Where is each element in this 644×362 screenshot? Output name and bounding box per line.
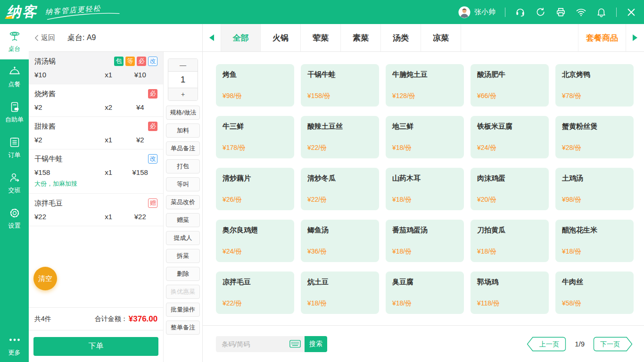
order-region: 返回 桌台: A9 清汤锅包等必改¥10x1¥10烧烤酱必¥2x2¥4甜辣酱必¥…: [29, 24, 203, 362]
tabs-scroll-right-button[interactable]: [626, 24, 644, 51]
order-item-total: ¥22: [123, 213, 157, 221]
combo-products-tab[interactable]: 套餐商品: [578, 24, 626, 51]
menu-item-name: 臭豆腐: [392, 278, 457, 287]
order-item-badge: 改: [148, 154, 157, 164]
menu-item-price: ¥24/份: [477, 144, 542, 152]
action-button[interactable]: 单品备注: [166, 141, 200, 156]
menu-item-card[interactable]: 醋泡花生米¥18/份: [555, 220, 634, 262]
keyboard-icon[interactable]: [289, 340, 301, 348]
order-item-row[interactable]: 清汤锅包等必改¥10x1¥10: [29, 52, 163, 84]
sidebar-item-ordering[interactable]: 点餐: [0, 59, 29, 95]
menu-item-card[interactable]: 奥尔良鸡翅¥24/份: [216, 220, 294, 262]
menu-item-card[interactable]: 铁板米豆腐¥24/份: [471, 116, 549, 158]
order-item-badges: 必: [148, 122, 157, 131]
order-item-row[interactable]: 烧烤酱必¥2x2¥4: [29, 84, 163, 117]
menu-item-card[interactable]: 土鸡汤¥98/份: [555, 168, 634, 210]
menu-item-card[interactable]: 干锅牛蛙¥158/份: [301, 64, 379, 107]
order-item-row[interactable]: 凉拌毛豆赠¥22x1¥22: [29, 194, 163, 226]
next-page-button[interactable]: 下一页: [593, 337, 633, 352]
action-button[interactable]: 赠菜: [166, 213, 200, 227]
search-button[interactable]: 搜索: [305, 336, 327, 352]
action-button[interactable]: 拆菜: [166, 249, 200, 263]
menu-item-card[interactable]: 酸汤肥牛¥66/份: [471, 64, 549, 107]
quantity-increase-button[interactable]: +: [168, 88, 198, 100]
sidebar-item-label: 更多: [8, 348, 21, 357]
menu-item-name: 清炒藕片: [223, 174, 288, 183]
prev-page-button[interactable]: 上一页: [527, 337, 566, 352]
action-button[interactable]: 菜品改价: [166, 195, 200, 209]
order-item-price: ¥10: [34, 71, 94, 79]
sync-icon[interactable]: [535, 7, 546, 17]
printer-icon[interactable]: [555, 7, 566, 17]
menu-item-card[interactable]: 牛三鲜¥178/份: [216, 116, 294, 158]
action-button[interactable]: 加料: [166, 123, 200, 138]
order-item-name: 凉拌毛豆: [34, 199, 63, 208]
menu-item-card[interactable]: 清炒冬瓜¥22/份: [301, 168, 379, 210]
close-icon[interactable]: [626, 7, 636, 17]
order-item-row[interactable]: 甜辣酱必¥2x1¥2: [29, 117, 163, 149]
menu-item-card[interactable]: 牛肉丝¥58/份: [555, 272, 634, 314]
wifi-icon[interactable]: [576, 7, 586, 17]
menu-item-card[interactable]: 郭场鸡¥118/份: [471, 272, 549, 314]
menu-item-card[interactable]: 牛腩炖土豆¥128/份: [386, 64, 464, 107]
sidebar-item-shift[interactable]: 交班: [0, 165, 29, 201]
category-tab[interactable]: 汤类: [381, 24, 421, 51]
menu-item-card[interactable]: 清炒藕片¥26/份: [216, 168, 294, 210]
menu-item-price: ¥26/份: [223, 196, 288, 204]
search-box: 搜索: [216, 336, 327, 352]
sidebar-item-tables[interactable]: 桌台: [0, 24, 29, 59]
action-button[interactable]: 规格/做法: [166, 106, 200, 120]
clear-order-button[interactable]: 清空: [33, 267, 57, 290]
sidebar-item-label: 交班: [8, 186, 21, 195]
sidebar-item-settings[interactable]: 设置: [0, 201, 29, 236]
action-button[interactable]: 删除: [166, 267, 200, 281]
order-item-badge: 赠: [148, 198, 157, 208]
category-tab[interactable]: 火锅: [261, 24, 301, 51]
back-button[interactable]: 返回: [34, 33, 55, 42]
menu-item-card[interactable]: 刀拍黄瓜¥18/份: [471, 220, 549, 262]
category-tab[interactable]: 素菜: [341, 24, 381, 51]
category-tab[interactable]: 全部: [221, 24, 261, 51]
menu-item-name: 醋泡花生米: [562, 226, 627, 235]
menu-item-card[interactable]: 北京烤鸭¥78/份: [555, 64, 634, 107]
action-button[interactable]: 打包: [166, 159, 200, 173]
menu-item-card[interactable]: 炕土豆¥18/份: [301, 272, 379, 314]
tabs-scroll-left-button[interactable]: [203, 24, 221, 51]
menu-item-card[interactable]: 臭豆腐¥18/份: [386, 272, 464, 314]
logo-slogan: 纳客管店更轻松: [45, 2, 121, 20]
sidebar-item-more[interactable]: 更多: [0, 330, 29, 360]
menu-item-card[interactable]: 鲫鱼汤¥36/份: [301, 220, 379, 262]
notification-bell-icon[interactable]: [596, 7, 607, 17]
menu-item-card[interactable]: 蟹黄粉丝煲¥28/份: [555, 116, 634, 158]
category-tab[interactable]: 荤菜: [301, 24, 341, 51]
menu-item-card[interactable]: 凉拌毛豆¥22/份: [216, 272, 294, 314]
menu-item-card[interactable]: 肉沫鸡蛋¥20/份: [471, 168, 549, 210]
total-amount-value: ¥376.00: [129, 314, 157, 324]
menu-item-name: 酸辣土豆丝: [307, 122, 372, 131]
menu-item-card[interactable]: 地三鲜¥18/份: [386, 116, 464, 158]
shift-icon: [8, 172, 21, 184]
quantity-decrease-button[interactable]: —: [168, 59, 198, 71]
menu-item-card[interactable]: 烤鱼¥98/份: [216, 64, 294, 107]
category-tab[interactable]: 凉菜: [421, 24, 461, 51]
action-button[interactable]: 整单备注: [166, 321, 200, 335]
menu-item-card[interactable]: 番茄鸡蛋汤¥18/份: [386, 220, 464, 262]
sidebar-item-self-order[interactable]: 自助单: [0, 95, 29, 130]
action-button[interactable]: 提成人: [166, 231, 200, 245]
category-tabs-row: 全部火锅荤菜素菜汤类凉菜 套餐商品: [203, 24, 644, 52]
user-account[interactable]: 张小帅: [458, 6, 495, 18]
quantity-value: 1: [168, 71, 198, 88]
sidebar-item-orders[interactable]: 订单: [0, 130, 29, 165]
action-button[interactable]: 等叫: [166, 177, 200, 191]
menu-item-card[interactable]: 山药木耳¥18/份: [386, 168, 464, 210]
menu-item-price: ¥22/份: [223, 299, 288, 308]
menu-item-name: 地三鲜: [392, 122, 457, 131]
support-headset-icon[interactable]: [515, 7, 526, 17]
menu-item-card[interactable]: 酸辣土豆丝¥22/份: [301, 116, 379, 158]
submit-order-button[interactable]: 下单: [33, 337, 158, 356]
avatar: [458, 6, 471, 18]
menu-item-name: 奥尔良鸡翅: [223, 226, 288, 235]
page-indicator: 1/9: [575, 340, 585, 348]
order-item-row[interactable]: 干锅牛蛙改¥158x1¥158大份，加麻加辣: [29, 149, 163, 194]
action-button[interactable]: 批量操作: [166, 303, 200, 317]
